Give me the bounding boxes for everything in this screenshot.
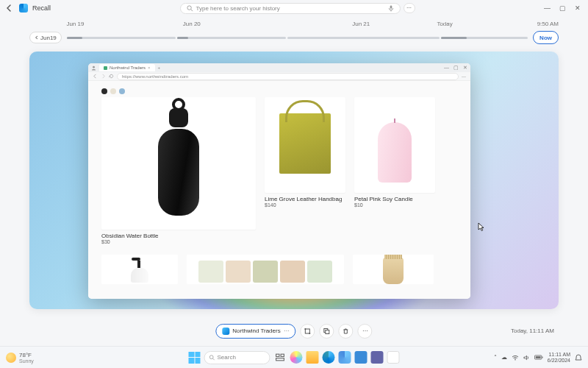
browser-forward-icon[interactable] xyxy=(101,74,106,79)
history-search-input[interactable]: Type here to search your history xyxy=(180,3,401,14)
product-price: $140 xyxy=(265,202,345,208)
battery-icon[interactable] xyxy=(534,355,543,360)
wifi-icon[interactable] xyxy=(512,355,519,361)
notifications-icon[interactable] xyxy=(575,354,582,361)
svg-rect-12 xyxy=(281,354,284,356)
product-card[interactable] xyxy=(101,255,178,284)
svg-rect-4 xyxy=(306,329,310,333)
onedrive-icon[interactable]: ☁ xyxy=(501,354,507,361)
crop-button[interactable] xyxy=(301,324,315,339)
product-name: Lime Grove Leather Handbag xyxy=(265,196,345,202)
product-price: $30 xyxy=(101,239,256,244)
profile-icon xyxy=(91,66,96,71)
task-view-icon[interactable] xyxy=(274,351,287,364)
product-name: Obsidian Water Bottle xyxy=(101,233,256,239)
snapshot-timestamp: Today, 11:11 AM xyxy=(511,328,554,334)
refresh-icon[interactable] xyxy=(109,74,114,79)
svg-rect-13 xyxy=(276,358,284,361)
new-tab-button[interactable]: + xyxy=(158,66,161,70)
browser-back-icon[interactable] xyxy=(93,74,98,79)
edge-icon[interactable] xyxy=(323,351,335,364)
teams-icon[interactable] xyxy=(371,351,384,364)
product-image xyxy=(198,255,332,284)
edge-icon xyxy=(222,328,229,335)
browser-close-icon[interactable]: ✕ xyxy=(463,65,467,71)
recall-icon[interactable] xyxy=(339,351,351,364)
product-card[interactable] xyxy=(187,255,344,284)
back-button[interactable] xyxy=(4,3,15,13)
browser-menu-icon[interactable]: ⋯ xyxy=(462,74,466,79)
search-placeholder: Type here to search your history xyxy=(196,5,280,12)
explorer-icon[interactable] xyxy=(306,351,319,364)
product-image xyxy=(279,113,331,187)
volume-icon[interactable] xyxy=(523,355,530,361)
weather-icon xyxy=(6,353,16,363)
swatch[interactable] xyxy=(101,88,107,94)
svg-point-6 xyxy=(309,333,311,334)
snapshot-actionbar: Northwind Traders ⋯ ⋯ Today, 11:11 AM xyxy=(0,328,588,334)
timeline-track[interactable] xyxy=(66,35,528,40)
favicon-icon xyxy=(104,66,107,70)
svg-point-3 xyxy=(93,66,95,68)
search-icon xyxy=(209,355,215,361)
timeline-mark: Today xyxy=(437,21,452,27)
tab-close-icon[interactable]: × xyxy=(148,66,151,70)
taskbar-search[interactable]: Search xyxy=(204,351,270,364)
svg-point-0 xyxy=(187,5,190,9)
app-title: Recall xyxy=(32,4,51,12)
timeline-now-button[interactable]: Now xyxy=(533,31,559,44)
app-icon xyxy=(19,4,28,13)
product-price: $10 xyxy=(354,202,435,208)
svg-rect-8 xyxy=(326,330,329,333)
delete-button[interactable] xyxy=(339,324,354,339)
product-card[interactable]: Petal Pink Soy Candle $10 xyxy=(354,97,435,244)
product-name: Petal Pink Soy Candle xyxy=(354,196,435,202)
color-swatches xyxy=(101,88,457,94)
timeline-mark: Jun 20 xyxy=(183,21,201,27)
product-image xyxy=(378,122,412,183)
more-button[interactable]: ⋯ xyxy=(404,3,415,13)
product-card[interactable] xyxy=(353,255,434,284)
svg-line-1 xyxy=(190,9,192,10)
product-image xyxy=(383,258,404,284)
source-app-pill[interactable]: Northwind Traders ⋯ xyxy=(215,324,295,339)
taskbar-clock[interactable]: 11:11 AM 6/22/2024 xyxy=(548,352,570,363)
maximize-button[interactable]: ▢ xyxy=(559,4,566,12)
svg-line-10 xyxy=(213,358,215,360)
taskbar: 78°F Sunny Search ˄ ☁ 11:11 AM 6/22/2024 xyxy=(0,346,588,368)
timeline-current-time: 9:50 AM xyxy=(537,21,559,27)
swatch[interactable] xyxy=(119,88,125,94)
more-actions-button[interactable]: ⋯ xyxy=(358,324,373,339)
mic-icon[interactable] xyxy=(388,5,394,12)
minimize-button[interactable]: — xyxy=(544,4,551,12)
captured-browser-window[interactable]: Northwind Traders × + — ▢ ✕ https://www.… xyxy=(88,63,470,299)
browser-maximize-icon[interactable]: ▢ xyxy=(453,65,459,71)
browser-tab[interactable]: Northwind Traders × xyxy=(99,64,155,71)
timeline-mark: Jun 21 xyxy=(352,21,370,27)
svg-point-5 xyxy=(305,328,306,330)
product-image xyxy=(157,108,201,219)
copy-button[interactable] xyxy=(320,324,334,339)
copilot-icon[interactable] xyxy=(290,351,303,364)
start-button[interactable] xyxy=(189,352,201,364)
weather-temp: 78°F xyxy=(19,352,34,358)
browser-minimize-icon[interactable]: — xyxy=(444,65,449,71)
swatch[interactable] xyxy=(110,88,116,94)
weather-cond: Sunny xyxy=(19,358,34,364)
svg-rect-11 xyxy=(276,354,279,356)
app-icon[interactable] xyxy=(387,351,400,364)
cursor-icon xyxy=(478,222,487,231)
tray-chevron-icon[interactable]: ˄ xyxy=(494,354,497,361)
timeline-prev-button[interactable]: Jun19 xyxy=(29,32,62,43)
svg-point-14 xyxy=(514,359,515,360)
close-button[interactable]: ✕ xyxy=(575,4,581,12)
timeline-mark: Jun 19 xyxy=(66,21,84,27)
svg-rect-16 xyxy=(536,356,541,358)
product-card[interactable]: Obsidian Water Bottle $30 xyxy=(101,97,256,244)
weather-widget[interactable]: 78°F Sunny xyxy=(6,352,34,364)
timeline: Jun 19 Jun 20 Jun 21 Today 9:50 AM Jun19… xyxy=(0,16,588,46)
product-card[interactable]: Lime Grove Leather Handbag $140 xyxy=(265,97,345,244)
store-icon[interactable] xyxy=(355,351,368,364)
address-bar[interactable]: https://www.northwindtraders.com xyxy=(117,73,459,80)
page-content: Obsidian Water Bottle $30 Lime Grove Lea… xyxy=(88,81,470,299)
